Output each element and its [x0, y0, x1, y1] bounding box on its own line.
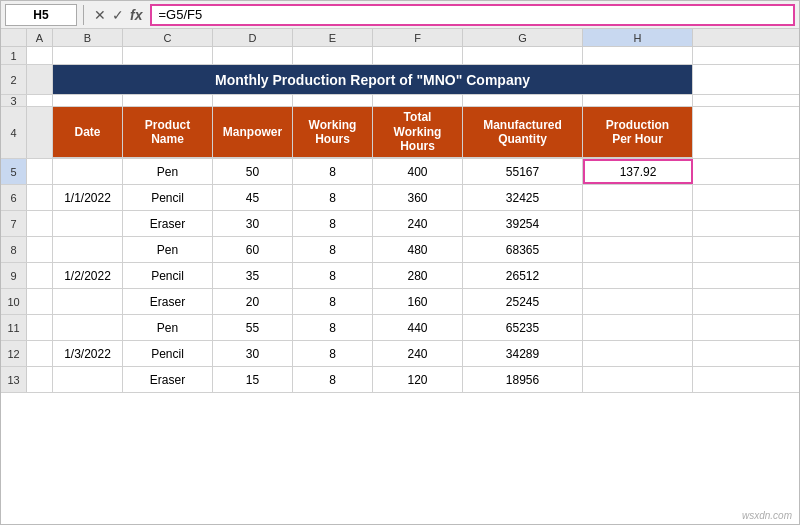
cell-d13[interactable]: 15 — [213, 367, 293, 392]
cell-b8[interactable] — [53, 237, 123, 262]
row-num-5[interactable]: 5 — [1, 159, 27, 184]
cell-d8[interactable]: 60 — [213, 237, 293, 262]
col-header-f[interactable]: F — [373, 29, 463, 46]
cell-b1[interactable] — [53, 47, 123, 64]
col-header-d[interactable]: D — [213, 29, 293, 46]
cell-f12[interactable]: 240 — [373, 341, 463, 366]
col-header-h[interactable]: H — [583, 29, 693, 46]
cell-h9[interactable] — [583, 263, 693, 288]
cell-h1[interactable] — [583, 47, 693, 64]
cell-a8[interactable] — [27, 237, 53, 262]
cell-d7[interactable]: 30 — [213, 211, 293, 236]
cell-d3[interactable] — [213, 95, 293, 106]
cell-c10[interactable]: Eraser — [123, 289, 213, 314]
cell-f8[interactable]: 480 — [373, 237, 463, 262]
cell-e9[interactable]: 8 — [293, 263, 373, 288]
cell-g12[interactable]: 34289 — [463, 341, 583, 366]
cell-b5[interactable] — [53, 159, 123, 184]
cell-e3[interactable] — [293, 95, 373, 106]
cell-e5[interactable]: 8 — [293, 159, 373, 184]
cell-e8[interactable]: 8 — [293, 237, 373, 262]
cell-a2[interactable] — [27, 65, 53, 94]
cell-g8[interactable]: 68365 — [463, 237, 583, 262]
row-num-2[interactable]: 2 — [1, 65, 27, 94]
cell-e11[interactable]: 8 — [293, 315, 373, 340]
row-num-9[interactable]: 9 — [1, 263, 27, 288]
cell-c9[interactable]: Pencil — [123, 263, 213, 288]
cell-f11[interactable]: 440 — [373, 315, 463, 340]
cell-e13[interactable]: 8 — [293, 367, 373, 392]
cell-a1[interactable] — [27, 47, 53, 64]
header-working-hours[interactable]: Working Hours — [293, 107, 373, 158]
cell-g13[interactable]: 18956 — [463, 367, 583, 392]
cell-a12[interactable] — [27, 341, 53, 366]
cell-f3[interactable] — [373, 95, 463, 106]
cell-c6[interactable]: Pencil — [123, 185, 213, 210]
cell-a10[interactable] — [27, 289, 53, 314]
cell-h13[interactable] — [583, 367, 693, 392]
cell-h11[interactable] — [583, 315, 693, 340]
cell-e6[interactable]: 8 — [293, 185, 373, 210]
cell-a13[interactable] — [27, 367, 53, 392]
cell-f6[interactable]: 360 — [373, 185, 463, 210]
cell-c12[interactable]: Pencil — [123, 341, 213, 366]
row-num-8[interactable]: 8 — [1, 237, 27, 262]
cell-g10[interactable]: 25245 — [463, 289, 583, 314]
cell-h6[interactable] — [583, 185, 693, 210]
cell-e7[interactable]: 8 — [293, 211, 373, 236]
cell-g3[interactable] — [463, 95, 583, 106]
row-num-4[interactable]: 4 — [1, 107, 27, 158]
cell-e1[interactable] — [293, 47, 373, 64]
cell-a9[interactable] — [27, 263, 53, 288]
col-header-g[interactable]: G — [463, 29, 583, 46]
cell-b3[interactable] — [53, 95, 123, 106]
title-cell[interactable]: Monthly Production Report of "MNO" Compa… — [53, 65, 693, 94]
cell-h10[interactable] — [583, 289, 693, 314]
cell-h8[interactable] — [583, 237, 693, 262]
cell-c3[interactable] — [123, 95, 213, 106]
cell-a11[interactable] — [27, 315, 53, 340]
cell-e10[interactable]: 8 — [293, 289, 373, 314]
cell-d11[interactable]: 55 — [213, 315, 293, 340]
cell-a4[interactable] — [27, 107, 53, 158]
cell-g9[interactable]: 26512 — [463, 263, 583, 288]
cell-f1[interactable] — [373, 47, 463, 64]
cell-g5[interactable]: 55167 — [463, 159, 583, 184]
cell-b10[interactable] — [53, 289, 123, 314]
cell-h5[interactable]: 137.92 — [583, 159, 693, 184]
header-manufactured-quantity[interactable]: Manufactured Quantity — [463, 107, 583, 158]
cell-g7[interactable]: 39254 — [463, 211, 583, 236]
cell-f7[interactable]: 240 — [373, 211, 463, 236]
header-production-per-hour[interactable]: Production Per Hour — [583, 107, 693, 158]
header-date[interactable]: Date — [53, 107, 123, 158]
row-num-1[interactable]: 1 — [1, 47, 27, 64]
cell-b9[interactable]: 1/2/2022 — [53, 263, 123, 288]
cancel-icon[interactable]: ✕ — [94, 7, 106, 23]
cell-d9[interactable]: 35 — [213, 263, 293, 288]
cell-h3[interactable] — [583, 95, 693, 106]
cell-g6[interactable]: 32425 — [463, 185, 583, 210]
cell-d6[interactable]: 45 — [213, 185, 293, 210]
cell-b7[interactable] — [53, 211, 123, 236]
row-num-7[interactable]: 7 — [1, 211, 27, 236]
cell-c8[interactable]: Pen — [123, 237, 213, 262]
cell-g1[interactable] — [463, 47, 583, 64]
cell-a3[interactable] — [27, 95, 53, 106]
cell-f13[interactable]: 120 — [373, 367, 463, 392]
cell-d10[interactable]: 20 — [213, 289, 293, 314]
cell-c5[interactable]: Pen — [123, 159, 213, 184]
row-num-11[interactable]: 11 — [1, 315, 27, 340]
cell-a7[interactable] — [27, 211, 53, 236]
cell-d1[interactable] — [213, 47, 293, 64]
header-manpower[interactable]: Manpower — [213, 107, 293, 158]
fx-icon[interactable]: fx — [130, 7, 142, 23]
cell-h12[interactable] — [583, 341, 693, 366]
col-header-b[interactable]: B — [53, 29, 123, 46]
cell-reference-box[interactable]: H5 — [5, 4, 77, 26]
cell-f10[interactable]: 160 — [373, 289, 463, 314]
cell-c13[interactable]: Eraser — [123, 367, 213, 392]
row-num-3[interactable]: 3 — [1, 95, 27, 106]
cell-c1[interactable] — [123, 47, 213, 64]
cell-d12[interactable]: 30 — [213, 341, 293, 366]
cell-h7[interactable] — [583, 211, 693, 236]
